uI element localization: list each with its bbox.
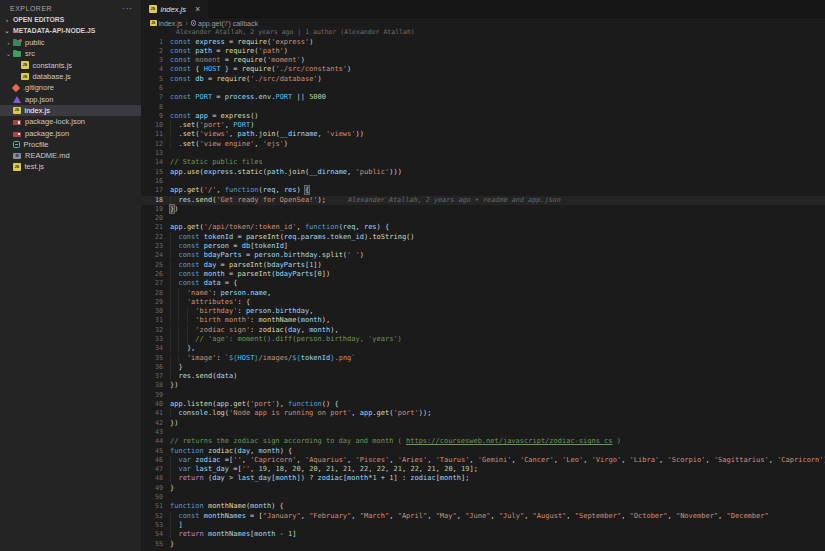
tree-item-README.md[interactable]: MREADME.md (0, 150, 141, 161)
code-line-31[interactable]: 31 'birth month': monthName(month), (141, 316, 825, 325)
code-text: .set('view engine', 'ejs') (170, 140, 288, 149)
code-line-19[interactable]: 19}) (141, 205, 825, 214)
tree-item-package-lock.json[interactable]: package-lock.json (0, 116, 141, 127)
breadcrumb-symbol[interactable]: app.get('/') callback (191, 20, 258, 27)
open-editors-section[interactable]: › OPEN EDITORS (0, 14, 141, 25)
code-line-55[interactable]: 55} (141, 540, 825, 549)
code-text: const db = require('./src/database') (170, 75, 322, 84)
code-line-22[interactable]: 22 const tokenId = parseInt(req.params.t… (141, 233, 825, 242)
code-line-23[interactable]: 23 const person = db[tokenId] (141, 242, 825, 251)
code-line-1[interactable]: 1const express = require('express') (141, 38, 825, 47)
code-line-20[interactable]: 20 (141, 214, 825, 223)
tree-item-app.json[interactable]: app.json (0, 93, 141, 104)
code-line-43[interactable]: 43 (141, 428, 825, 437)
code-line-7[interactable]: 7const PORT = process.env.PORT || 5000 (141, 93, 825, 102)
code-line-50[interactable]: 50 (141, 493, 825, 502)
code-line-24[interactable]: 24 const bdayParts = person.birthday.spl… (141, 251, 825, 260)
code-line-39[interactable]: 39 (141, 391, 825, 400)
workspace-section[interactable]: ⌄ METADATA-API-NODE.JS (0, 25, 141, 36)
tree-item-.gitignore[interactable]: .gitignore (0, 82, 141, 93)
tree-item-public[interactable]: ›public (0, 37, 141, 48)
code-line-2[interactable]: 2const path = require('path') (141, 47, 825, 56)
code-line-41[interactable]: 41 console.log('Node app is running on p… (141, 409, 825, 418)
breadcrumb-file[interactable]: JS index.js (150, 20, 182, 27)
codelens-annotation[interactable]: Alexander Atallah, 2 years ago | 1 autho… (141, 28, 825, 38)
chevron-right-icon: › (3, 17, 11, 23)
code-line-48[interactable]: 48 return (day > last_day[month]) ? zodi… (141, 474, 825, 483)
tree-item-constants.js[interactable]: JSconstants.js (0, 60, 141, 71)
line-number: 39 (141, 391, 170, 400)
code-line-18[interactable]: 18 res.send('Get ready for OpenSea!');Al… (141, 196, 825, 205)
heroku-icon (13, 141, 20, 149)
code-line-6[interactable]: 6 (141, 84, 825, 93)
code-line-38[interactable]: 38}) (141, 381, 825, 390)
tree-item-package.json[interactable]: package.json (0, 127, 141, 138)
code-line-29[interactable]: 29 'attributes': { (141, 298, 825, 307)
code-line-51[interactable]: 51function monthName(month) { (141, 502, 825, 511)
code-line-12[interactable]: 12 .set('view engine', 'ejs') (141, 140, 825, 149)
tree-item-src[interactable]: ⌄src (0, 48, 141, 59)
code-line-15[interactable]: 15app.use(express.static(path.join(__dir… (141, 168, 825, 177)
code-text: 'birthday': person.birthday, (170, 307, 313, 316)
code-text: }) (170, 205, 178, 214)
code-line-52[interactable]: 52 const monthNames = ["January", "Febru… (141, 512, 825, 521)
line-number: 52 (141, 512, 170, 521)
code-line-45[interactable]: 45function zodiac(day, month) { (141, 447, 825, 456)
tab-bar: JS index.js × (141, 0, 825, 18)
code-line-32[interactable]: 32 'zodiac sign': zodiac(day, month), (141, 326, 825, 335)
code-text: ] (170, 521, 183, 530)
code-text: return monthNames[month - 1] (170, 530, 297, 539)
tree-item-index.js[interactable]: JSindex.js (0, 105, 141, 116)
code-line-37[interactable]: 37 res.send(data) (141, 372, 825, 381)
code-line-27[interactable]: 27 const data = { (141, 279, 825, 288)
code-line-47[interactable]: 47 var last_day =['', 19, 18, 20, 20, 21… (141, 465, 825, 474)
code-line-49[interactable]: 49} (141, 484, 825, 493)
code-line-35[interactable]: 35 'image': `${HOST}/images/${tokenId}.p… (141, 354, 825, 363)
code-line-14[interactable]: 14// Static public files (141, 158, 825, 167)
code-line-42[interactable]: 42}) (141, 419, 825, 428)
code-line-26[interactable]: 26 const month = parseInt(bdayParts[0]) (141, 270, 825, 279)
line-number: 2 (141, 47, 170, 56)
code-line-8[interactable]: 8 (141, 103, 825, 112)
code-text: const express = require('express') (170, 38, 313, 47)
line-number: 25 (141, 261, 170, 270)
tree-item-test.js[interactable]: JStest.js (0, 161, 141, 172)
code-line-34[interactable]: 34 }, (141, 344, 825, 353)
code-line-25[interactable]: 25 const day = parseInt(bdayParts[1]) (141, 261, 825, 270)
file-label: package.json (25, 129, 69, 138)
code-line-16[interactable]: 16 (141, 177, 825, 186)
code-line-44[interactable]: 44// returns the zodiac sign according t… (141, 437, 825, 446)
code-line-17[interactable]: 17app.get('/', function(req, res) { (141, 186, 825, 195)
code-text: 'attributes': { (170, 298, 250, 307)
code-line-46[interactable]: 46 var zodiac =['', 'Capricorn', 'Aquari… (141, 456, 825, 465)
code-text: .set('port', PORT) (170, 121, 254, 130)
code-line-30[interactable]: 30 'birthday': person.birthday, (141, 307, 825, 316)
code-line-9[interactable]: 9const app = express() (141, 112, 825, 121)
code-line-5[interactable]: 5const db = require('./src/database') (141, 75, 825, 84)
code-line-40[interactable]: 40app.listen(app.get('port'), function()… (141, 400, 825, 409)
tree-item-database.js[interactable]: JSdatabase.js (0, 71, 141, 82)
code-line-54[interactable]: 54 return monthNames[month - 1] (141, 530, 825, 539)
line-number: 5 (141, 75, 170, 84)
close-icon[interactable]: × (195, 5, 200, 14)
code-line-36[interactable]: 36 } (141, 363, 825, 372)
code-line-53[interactable]: 53 ] (141, 521, 825, 530)
more-actions-icon[interactable]: ··· (122, 4, 133, 13)
code-line-28[interactable]: 28 'name': person.name, (141, 289, 825, 298)
code-text: 'name': person.name, (170, 289, 271, 298)
code-line-13[interactable]: 13 (141, 149, 825, 158)
code-line-3[interactable]: 3const moment = require('moment') (141, 56, 825, 65)
tab-index-js[interactable]: JS index.js × (141, 0, 208, 18)
line-number: 33 (141, 335, 170, 344)
code-line-21[interactable]: 21app.get('/api/token/:token_id', functi… (141, 223, 825, 232)
line-number: 4 (141, 65, 170, 74)
explorer-title: EXPLORER (10, 5, 52, 12)
code-line-33[interactable]: 33 // 'age': moment().diff(person.birthd… (141, 335, 825, 344)
code-text: } (170, 484, 174, 493)
line-number: 28 (141, 289, 170, 298)
code-line-11[interactable]: 11 .set('views', path.join(__dirname, 'v… (141, 130, 825, 139)
code-line-4[interactable]: 4const { HOST } = require('./src/constan… (141, 65, 825, 74)
code-line-10[interactable]: 10 .set('port', PORT) (141, 121, 825, 130)
file-label: index.js (25, 106, 50, 115)
tree-item-Procfile[interactable]: Procfile (0, 139, 141, 150)
